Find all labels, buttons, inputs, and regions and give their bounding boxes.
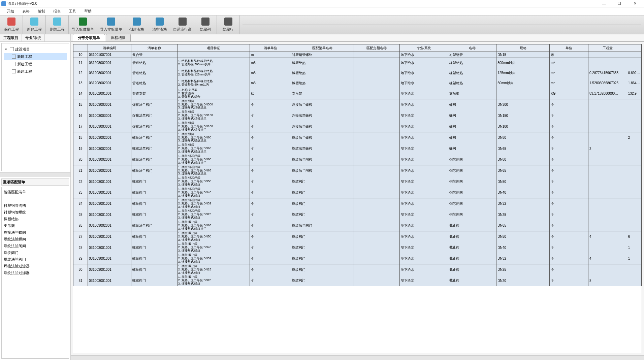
cell[interactable]: 螺纹阀门 (131, 176, 177, 187)
cell[interactable] (354, 58, 399, 68)
close-button[interactable]: ✕ (627, 0, 643, 7)
menu-2[interactable]: 编制 (34, 7, 49, 15)
minimize-button[interactable]: — (596, 0, 612, 7)
cell[interactable]: 个 (250, 220, 291, 231)
cell[interactable]: 焊接法兰阀门 (131, 121, 177, 132)
cell[interactable]: 031208002001 (88, 78, 131, 88)
toolbar-hide-row-icon[interactable]: 隐藏行 (217, 15, 240, 34)
cell[interactable] (627, 52, 641, 58)
cell[interactable]: 26 (73, 220, 88, 231)
cell[interactable]: 螺纹阀门 (291, 187, 354, 198)
cell[interactable]: DN40 (496, 187, 550, 198)
cell[interactable] (627, 264, 641, 275)
cell[interactable]: DN15 (496, 52, 550, 58)
cell[interactable]: 0.89244! (627, 68, 641, 78)
toolbar-create-table-icon[interactable]: 创建表格 (125, 15, 148, 34)
cell[interactable]: DN20 (496, 275, 550, 286)
cell[interactable]: 螺纹阀门 (131, 242, 177, 253)
cell[interactable]: 20 (73, 154, 88, 165)
cell[interactable]: 地下给水 (400, 154, 448, 165)
cell[interactable]: 个 (250, 275, 291, 286)
cell[interactable]: 个 (550, 242, 588, 253)
table-row[interactable]: 20031003002001螺纹法兰阀门1. 类型:铜芯闸阀 2. 规格、压力等… (73, 154, 642, 165)
cell[interactable]: 27 (73, 231, 88, 242)
cell[interactable]: DN25 (496, 264, 550, 275)
cell[interactable]: 25 (73, 209, 88, 220)
cell[interactable]: 橡塑绝热 (448, 78, 496, 88)
menu-5[interactable]: 帮助 (80, 7, 96, 15)
cell[interactable]: 个 (550, 176, 588, 187)
toolbar-delete-project-icon[interactable]: 删除工程 (46, 15, 69, 34)
cell[interactable]: 铜芯闸阀 (448, 198, 496, 209)
table-row[interactable]: 19031003002001螺纹法兰阀门1. 类型:蝶阀 2. 规格、压力等级:… (73, 143, 642, 154)
cell[interactable]: 个 (550, 220, 588, 231)
cell[interactable]: 1. 类型:铜芯闸阀 2. 规格、压力等级:DN65 3. 连接形式:螺纹法兰 (177, 165, 250, 176)
toolbar-hide-col-icon[interactable]: 隐藏列 (194, 15, 217, 34)
cell[interactable]: 个 (250, 165, 291, 176)
cell[interactable]: 031003003001 (88, 121, 131, 132)
cell[interactable]: 地下给水 (400, 121, 448, 132)
cell[interactable] (627, 154, 641, 165)
cell[interactable]: 个 (550, 187, 588, 198)
cell[interactable]: 0.28773415907355 (588, 68, 627, 78)
cell[interactable]: 个 (250, 264, 291, 275)
cell[interactable] (354, 264, 399, 275)
cell[interactable]: 15 (73, 99, 88, 110)
cell[interactable]: m3 (250, 78, 291, 88)
cell[interactable] (627, 198, 641, 209)
cell[interactable] (627, 187, 641, 198)
cell[interactable]: 焊接法兰蝶阀 (291, 99, 354, 110)
cell[interactable]: 蝶阀 (448, 110, 496, 121)
cell[interactable]: 个 (250, 253, 291, 264)
cell[interactable]: 个 (550, 198, 588, 209)
cell[interactable]: 300mm以内 (496, 58, 550, 68)
cell[interactable]: 29 (73, 253, 88, 264)
cell[interactable] (354, 165, 399, 176)
cell[interactable]: 地下给水 (400, 58, 448, 68)
cell[interactable]: 1. 类型:蝶阀 2. 规格、压力等级:DN100 3. 连接形式:焊接法兰 (177, 121, 250, 132)
table-row[interactable]: 26031003002001螺纹法兰阀门1. 类型:截止阀 2. 规格、压力等级… (73, 220, 642, 231)
cell[interactable]: 1. 类型:铜芯闸阀 2. 规格、压力等级:DN25 3. 连接形式:螺纹 (177, 209, 250, 220)
table-row[interactable]: 13031208002001管道绝热1. 绝热材料品种:橡塑绝热 2. 管道外径… (73, 78, 642, 88)
table-row[interactable]: 21031003002001螺纹法兰阀门1. 类型:铜芯闸阀 2. 规格、压力等… (73, 165, 642, 176)
column-header[interactable]: 规格 (496, 44, 550, 52)
column-header[interactable]: 清单单位 (250, 44, 291, 52)
log-item[interactable]: 衬塑钢管螺纹 (3, 209, 67, 216)
cell[interactable]: 螺纹法兰阀门 (291, 220, 354, 231)
cell[interactable]: 个 (550, 275, 588, 286)
table-row[interactable]: 30031003001001螺纹阀门1. 类型:截止阀 2. 规格、压力等级:D… (73, 264, 642, 275)
cell[interactable]: 031003001001 (88, 275, 131, 286)
cell[interactable]: 管道绝热 (131, 78, 177, 88)
cell[interactable] (354, 78, 399, 88)
cell[interactable] (588, 242, 627, 253)
cell[interactable]: DN80 (496, 154, 550, 165)
cell[interactable]: 支吊架 (448, 88, 496, 99)
cell[interactable]: 截止阀 (448, 231, 496, 242)
cell[interactable] (354, 68, 399, 78)
column-header[interactable]: 专业/系统 (400, 44, 448, 52)
cell[interactable]: 12 (73, 68, 88, 78)
toolbar-new-project-icon[interactable]: 新建工程 (23, 15, 46, 34)
cell[interactable]: 个 (550, 99, 588, 110)
cell[interactable]: 031208002001 (88, 58, 131, 68)
column-header[interactable]: 单位 (550, 44, 588, 52)
cell[interactable]: 铜芯闸阀 (448, 187, 496, 198)
cell[interactable]: 个 (250, 176, 291, 187)
cell[interactable]: 螺纹阀门 (291, 264, 354, 275)
cell[interactable] (354, 154, 399, 165)
cell[interactable]: 031003002001 (88, 132, 131, 143)
cell[interactable]: 螺纹法兰闸阀 (291, 165, 354, 176)
cell[interactable] (354, 220, 399, 231)
cell[interactable] (627, 110, 641, 121)
table-row[interactable]: 24031003001001螺纹阀门1. 类型:铜芯闸阀 2. 规格、压力等级:… (73, 198, 642, 209)
cell[interactable]: 个 (550, 132, 588, 143)
cell[interactable]: 螺纹阀门 (291, 176, 354, 187)
tree-child[interactable]: 新建工程 (4, 53, 67, 60)
log-item[interactable]: 焊接法兰过滤器 (3, 263, 67, 269)
cell[interactable]: m (250, 52, 291, 58)
cell[interactable]: 个 (250, 231, 291, 242)
cell[interactable]: 地下给水 (400, 99, 448, 110)
cell[interactable] (588, 121, 627, 132)
cell[interactable] (354, 231, 399, 242)
cell[interactable]: 螺纹法兰阀门 (131, 132, 177, 143)
